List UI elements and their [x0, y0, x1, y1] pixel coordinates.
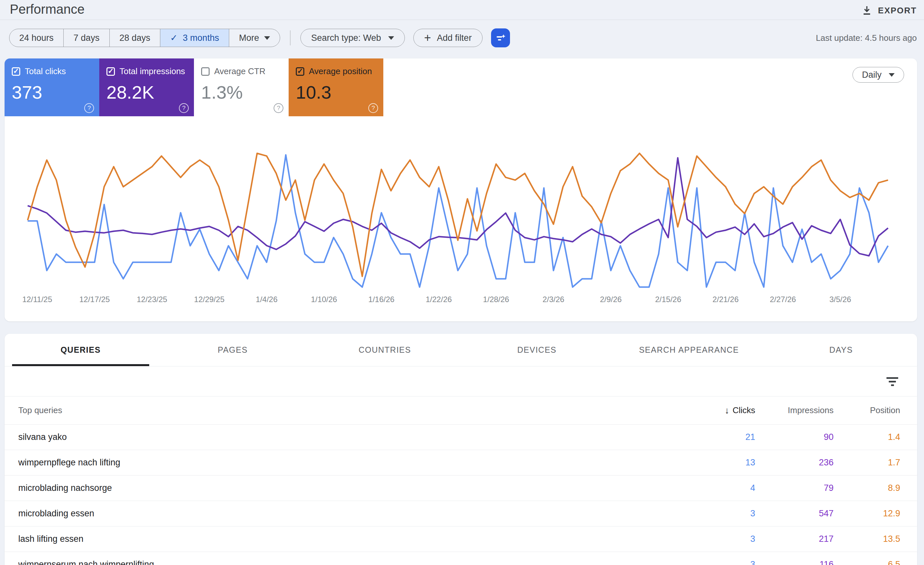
range-more-dropdown[interactable]: More — [229, 29, 280, 47]
ai-filter-button[interactable] — [491, 29, 510, 47]
position-cell: 6.5 — [888, 559, 900, 565]
average-ctr-card[interactable]: Average CTR 1.3% — [194, 59, 289, 116]
metric-value: 1.3% — [201, 82, 282, 103]
x-axis-tick-label: 1/28/26 — [483, 295, 509, 304]
x-axis-tick-label: 1/4/26 — [256, 295, 278, 304]
total-impressions-card[interactable]: Total impressions 28.2K — [99, 59, 194, 116]
impressions-cell: 79 — [824, 483, 834, 493]
x-axis-tick-label: 2/9/26 — [600, 295, 622, 304]
search-type-label: Search type: Web — [311, 33, 381, 43]
dimension-tabs: QUERIES PAGES COUNTRIES DEVICES SEARCH A… — [4, 334, 917, 367]
add-filter-label: Add filter — [437, 33, 472, 43]
add-filter-button[interactable]: Add filter — [413, 29, 483, 47]
position-cell: 12.9 — [883, 508, 900, 518]
tab-countries[interactable]: COUNTRIES — [309, 334, 461, 366]
clicks-column-header[interactable]: Clicks — [725, 405, 755, 416]
table-row[interactable]: silvana yako 21 90 1.4 — [4, 425, 917, 450]
impressions-cell: 236 — [819, 458, 834, 468]
range-3-months[interactable]: 3 months — [160, 29, 229, 47]
tab-devices[interactable]: DEVICES — [461, 334, 613, 366]
metric-value: 28.2K — [106, 82, 187, 103]
performance-line-chart[interactable]: 12/11/2512/17/2512/23/2512/29/251/4/261/… — [4, 117, 917, 313]
clicks-cell: 3 — [750, 508, 755, 518]
average-ctr-checkbox[interactable] — [201, 67, 210, 76]
question-circle-icon[interactable] — [84, 103, 94, 113]
question-circle-icon[interactable] — [368, 103, 378, 113]
table-toolbar — [4, 367, 917, 397]
filter-divider — [290, 30, 291, 45]
x-axis-tick-label: 1/16/26 — [368, 295, 394, 304]
query-cell[interactable]: lash lifting essen — [18, 534, 598, 544]
x-axis-tick-label: 1/10/26 — [311, 295, 337, 304]
x-axis-tick-label: 12/17/25 — [80, 295, 110, 304]
metric-label: Total clicks — [25, 66, 66, 77]
search-type-dropdown[interactable]: Search type: Web — [300, 29, 405, 47]
filter-bar: 24 hours 7 days 28 days 3 months More Se… — [9, 29, 917, 47]
x-axis-tick-label: 12/29/25 — [194, 295, 224, 304]
tab-pages[interactable]: PAGES — [157, 334, 309, 366]
impressions-column-header[interactable]: Impressions — [788, 405, 834, 415]
total-clicks-card[interactable]: Total clicks 373 — [4, 59, 99, 116]
total-impressions-checkbox[interactable] — [106, 67, 115, 76]
table-row[interactable]: microblading nachsorge 4 79 8.9 — [4, 475, 917, 501]
table-header-row: Top queries Clicks Impressions Position — [4, 397, 917, 425]
table-row[interactable]: wimpernserum nach wimpernlifting 3 116 6… — [4, 552, 917, 565]
metric-cards: Total clicks 373 Total impressions 28.2K… — [4, 59, 383, 116]
query-cell[interactable]: wimpernpflege nach lifting — [18, 458, 598, 468]
impressions-cell: 116 — [819, 559, 834, 565]
chart-line-impressions — [28, 158, 888, 256]
x-axis-tick-label: 1/22/26 — [426, 295, 452, 304]
query-cell[interactable]: microblading nachsorge — [18, 483, 598, 493]
query-cell[interactable]: wimpernserum nach wimpernlifting — [18, 559, 598, 565]
question-circle-icon[interactable] — [179, 103, 189, 113]
metric-label: Total impressions — [120, 66, 185, 77]
export-label: EXPORT — [878, 6, 917, 16]
clicks-cell: 13 — [746, 458, 755, 468]
table-row[interactable]: lash lifting essen 3 217 13.5 — [4, 526, 917, 552]
date-range-segmented-control: 24 hours 7 days 28 days 3 months More — [9, 29, 280, 47]
average-position-checkbox[interactable] — [296, 67, 304, 76]
page-title: Performance — [10, 2, 85, 17]
table-row[interactable]: wimpernpflege nach lifting 13 236 1.7 — [4, 450, 917, 475]
impressions-cell: 547 — [819, 508, 834, 518]
filter-list-icon[interactable] — [886, 375, 899, 388]
metric-value: 373 — [12, 82, 92, 103]
average-position-card[interactable]: Average position 10.3 — [289, 59, 383, 116]
granularity-dropdown[interactable]: Daily — [852, 67, 904, 83]
total-clicks-checkbox[interactable] — [12, 67, 20, 76]
top-queries-header[interactable]: Top queries — [18, 405, 598, 415]
position-cell: 1.4 — [888, 432, 900, 442]
chart-line-clicks — [28, 155, 888, 287]
x-axis-tick-label: 12/23/25 — [137, 295, 167, 304]
impressions-cell: 217 — [819, 534, 834, 544]
x-axis-tick-label: 12/11/25 — [22, 295, 52, 304]
clicks-cell: 3 — [750, 534, 755, 544]
query-cell[interactable]: silvana yako — [18, 432, 598, 442]
position-column-header[interactable]: Position — [870, 405, 900, 415]
export-button[interactable]: EXPORT — [861, 5, 917, 17]
x-axis-tick-label: 3/5/26 — [830, 295, 851, 304]
metric-value: 10.3 — [296, 82, 376, 103]
filter-sparkle-icon — [495, 32, 506, 44]
question-circle-icon[interactable] — [274, 103, 284, 113]
tab-queries[interactable]: QUERIES — [4, 334, 157, 366]
table-row[interactable]: microblading essen 3 547 12.9 — [4, 501, 917, 526]
clicks-cell: 3 — [750, 559, 755, 565]
granularity-label: Daily — [862, 70, 882, 80]
impressions-cell: 90 — [824, 432, 834, 442]
clicks-cell: 21 — [746, 432, 755, 442]
metric-label: Average CTR — [214, 66, 266, 77]
position-cell: 1.7 — [888, 458, 900, 468]
download-icon — [861, 5, 873, 17]
range-28-days[interactable]: 28 days — [110, 29, 160, 47]
range-7-days[interactable]: 7 days — [63, 29, 110, 47]
x-axis-tick-label: 2/27/26 — [770, 295, 796, 304]
range-24-hours[interactable]: 24 hours — [9, 29, 63, 47]
chevron-down-icon — [388, 36, 394, 40]
query-cell[interactable]: microblading essen — [18, 508, 598, 518]
tab-days[interactable]: DAYS — [765, 334, 917, 366]
dimensions-table-panel: QUERIES PAGES COUNTRIES DEVICES SEARCH A… — [4, 334, 917, 565]
chart-line-position — [28, 153, 888, 276]
chevron-down-icon — [889, 73, 895, 77]
tab-search-appearance[interactable]: SEARCH APPEARANCE — [613, 334, 765, 366]
